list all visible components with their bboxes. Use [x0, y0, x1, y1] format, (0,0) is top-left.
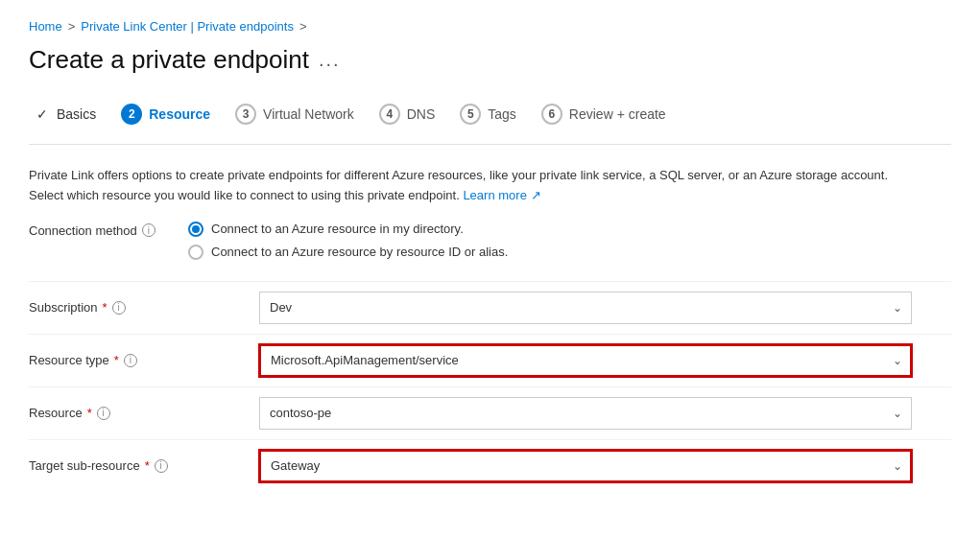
target-sub-resource-select[interactable]: Gateway ⌄	[259, 450, 912, 482]
resource-type-row: Resource type * i Microsoft.ApiManagemen…	[29, 334, 951, 386]
step-resource-label: Resource	[149, 106, 210, 122]
subscription-value: Dev	[270, 300, 292, 315]
radio-directory[interactable]: Connect to an Azure resource in my direc…	[188, 222, 508, 237]
step-tags[interactable]: 5 Tags	[452, 98, 534, 130]
form-section: Subscription * i Dev ⌄ Resource type * i…	[29, 281, 951, 492]
subscription-row: Subscription * i Dev ⌄	[29, 281, 951, 334]
connection-method-info-icon[interactable]: i	[142, 223, 155, 237]
step-review-create-label: Review + create	[569, 106, 666, 122]
step-resource[interactable]: 2 Resource	[113, 98, 227, 130]
target-sub-resource-chevron-icon: ⌄	[893, 459, 902, 473]
resource-required: *	[87, 406, 92, 420]
radio-resource-id-circle	[188, 245, 203, 260]
resource-select[interactable]: contoso-pe ⌄	[259, 397, 912, 430]
breadcrumb-home[interactable]: Home	[29, 19, 62, 34]
radio-directory-circle	[188, 222, 203, 237]
resource-info-icon[interactable]: i	[97, 407, 110, 420]
target-sub-resource-control: Gateway ⌄	[259, 450, 912, 482]
subscription-label: Subscription * i	[29, 300, 240, 315]
step-virtual-network-label: Virtual Network	[263, 106, 354, 122]
step-resource-num: 2	[121, 104, 142, 125]
radio-resource-id[interactable]: Connect to an Azure resource by resource…	[188, 245, 508, 260]
wizard-steps: ✓ Basics 2 Resource 3 Virtual Network 4 …	[29, 98, 951, 145]
target-sub-resource-info-icon[interactable]: i	[155, 459, 168, 473]
target-sub-resource-value: Gateway	[271, 458, 320, 473]
step-tags-num: 5	[460, 104, 481, 125]
breadcrumb-sep2: >	[299, 19, 307, 34]
radio-directory-label: Connect to an Azure resource in my direc…	[211, 222, 464, 236]
description-text: Private Link offers options to create pr…	[29, 166, 893, 206]
breadcrumb: Home > Private Link Center | Private end…	[29, 19, 951, 34]
breadcrumb-sep1: >	[68, 19, 76, 34]
subscription-info-icon[interactable]: i	[112, 301, 126, 315]
resource-value: contoso-pe	[270, 406, 331, 420]
resource-type-select[interactable]: Microsoft.ApiManagement/service ⌄	[259, 344, 912, 377]
resource-type-required: *	[114, 353, 119, 367]
connection-method-label: Connection method i	[29, 222, 173, 238]
step-tags-label: Tags	[488, 106, 516, 122]
resource-type-chevron-icon: ⌄	[893, 354, 902, 367]
target-sub-resource-required: *	[145, 458, 150, 473]
subscription-control: Dev ⌄	[259, 292, 912, 324]
resource-type-select-wrapper: Microsoft.ApiManagement/service ⌄	[259, 344, 912, 377]
subscription-chevron-icon: ⌄	[893, 301, 902, 315]
resource-type-info-icon[interactable]: i	[124, 354, 137, 367]
step-basics[interactable]: ✓ Basics	[29, 101, 113, 128]
radio-options: Connect to an Azure resource in my direc…	[188, 222, 508, 260]
step-basics-check: ✓	[36, 106, 48, 122]
learn-more-link[interactable]: Learn more ↗	[463, 188, 540, 202]
step-review-create[interactable]: 6 Review + create	[534, 98, 683, 130]
step-virtual-network-num: 3	[235, 104, 256, 125]
page-title: Create a private endpoint	[29, 45, 309, 75]
step-dns-num: 4	[379, 104, 400, 125]
step-virtual-network[interactable]: 3 Virtual Network	[227, 98, 371, 130]
step-dns[interactable]: 4 DNS	[371, 98, 453, 130]
connection-method-row: Connection method i Connect to an Azure …	[29, 222, 951, 260]
step-review-create-num: 6	[541, 104, 562, 125]
target-sub-resource-row: Target sub-resource * i Gateway ⌄	[29, 439, 951, 492]
resource-label: Resource * i	[29, 406, 240, 420]
radio-resource-id-label: Connect to an Azure resource by resource…	[211, 245, 508, 259]
resource-type-label: Resource type * i	[29, 353, 240, 367]
target-sub-resource-select-wrapper: Gateway ⌄	[259, 450, 912, 482]
target-sub-resource-label: Target sub-resource * i	[29, 458, 240, 473]
page-title-ellipsis[interactable]: ...	[319, 49, 341, 71]
breadcrumb-private-link[interactable]: Private Link Center | Private endpoints	[81, 19, 294, 34]
step-dns-label: DNS	[407, 106, 436, 122]
resource-row: Resource * i contoso-pe ⌄	[29, 386, 951, 439]
subscription-required: *	[103, 300, 108, 315]
step-basics-label: Basics	[57, 106, 96, 122]
resource-select-wrapper: contoso-pe ⌄	[259, 397, 912, 430]
learn-more-icon: ↗	[531, 188, 541, 202]
resource-type-value: Microsoft.ApiManagement/service	[271, 353, 459, 367]
resource-chevron-icon: ⌄	[893, 407, 902, 420]
resource-control: contoso-pe ⌄	[259, 397, 912, 430]
page-title-container: Create a private endpoint ...	[29, 45, 951, 75]
subscription-select[interactable]: Dev ⌄	[259, 292, 912, 324]
resource-type-control: Microsoft.ApiManagement/service ⌄	[259, 344, 912, 377]
subscription-select-wrapper: Dev ⌄	[259, 292, 912, 324]
